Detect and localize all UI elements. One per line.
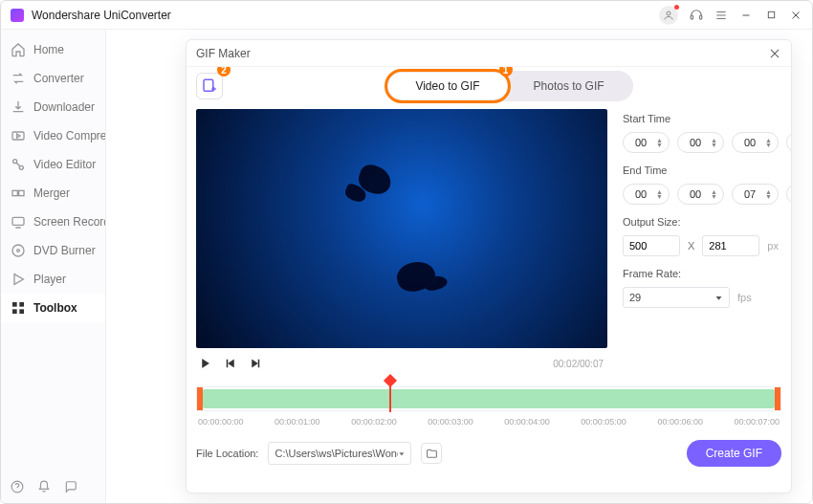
time-readout: 00:02/00:07 (553, 359, 604, 369)
prev-frame-icon[interactable] (225, 358, 236, 369)
file-location-value: C:\Users\ws\Pictures\Wonders (275, 448, 397, 459)
sidebar-item-label: Converter (33, 72, 84, 85)
sidebar-item-converter[interactable]: Converter (1, 64, 105, 93)
maximize-button[interactable] (764, 9, 778, 22)
start-min-input[interactable] (688, 136, 709, 149)
ruler-tick: 00:00:02:00 (351, 417, 397, 427)
start-ms-stepper[interactable]: ▲▼ (786, 132, 791, 153)
svg-marker-39 (399, 452, 404, 455)
output-unit: px (767, 240, 779, 252)
file-location-label: File Location: (196, 448, 258, 459)
tab-label: Photos to GIF (534, 79, 604, 93)
ruler-tick: 00:00:07:00 (734, 417, 780, 427)
svg-rect-37 (258, 360, 259, 367)
annotation-badge: 2 (217, 67, 231, 77)
content-area: tor data etadata CD. GIF Maker 2 (106, 30, 812, 503)
range-handle-left[interactable] (197, 387, 203, 410)
svg-rect-2 (700, 15, 702, 19)
sidebar-item-label: Video Compressor (33, 129, 105, 142)
svg-rect-15 (12, 190, 17, 195)
start-hour-input[interactable] (633, 136, 654, 149)
close-button[interactable] (789, 9, 802, 22)
sidebar-item-player[interactable]: Player (1, 265, 105, 294)
svg-rect-10 (12, 132, 24, 140)
svg-rect-25 (19, 309, 24, 314)
sidebar-item-editor[interactable]: Video Editor (1, 150, 105, 179)
end-hour-input[interactable] (633, 187, 654, 201)
gif-maker-dialog: GIF Maker 2 Vide (186, 39, 792, 493)
app-logo-icon (11, 9, 24, 22)
video-preview[interactable] (196, 109, 607, 348)
end-time-label: End Time (623, 164, 791, 176)
sidebar-item-label: Merger (33, 186, 70, 200)
create-gif-button[interactable]: Create GIF (687, 440, 781, 467)
svg-rect-7 (768, 11, 774, 17)
account-icon[interactable] (659, 6, 678, 25)
frame-rate-value: 29 (629, 292, 641, 303)
range-handle-right[interactable] (775, 387, 780, 410)
app-title: Wondershare UniConverter (32, 9, 659, 22)
output-width-input[interactable] (623, 235, 680, 256)
output-height-input[interactable] (702, 235, 759, 256)
end-min-stepper[interactable]: ▲▼ (677, 184, 724, 205)
timeline: 00:00:00:00 00:00:01:00 00:00:02:00 00:0… (196, 386, 781, 427)
open-folder-button[interactable] (421, 443, 442, 464)
sidebar-item-home[interactable]: Home (1, 35, 105, 64)
svg-rect-22 (12, 302, 17, 307)
tab-video-to-gif[interactable]: Video to GIF 1 (388, 73, 506, 99)
menu-icon[interactable] (714, 9, 728, 22)
sidebar-item-recorder[interactable]: Screen Recorder (1, 208, 105, 236)
svg-marker-36 (253, 360, 258, 367)
end-min-input[interactable] (688, 187, 709, 201)
ruler-tick: 00:00:06:00 (657, 417, 703, 427)
sidebar-item-label: Home (33, 43, 64, 56)
selection-range[interactable] (203, 389, 775, 408)
sidebar-item-merger[interactable]: Merger (1, 179, 105, 208)
minimize-button[interactable] (739, 9, 753, 22)
add-file-button[interactable] (196, 73, 223, 99)
tab-photos-to-gif[interactable]: Photos to GIF (507, 73, 631, 99)
settings-panel: Start Time ▲▼ ▲▼ ▲▼ ▲▼ End Time ▲▼ ▲▼ ▲▼ (623, 109, 791, 377)
start-time-label: Start Time (623, 113, 791, 124)
svg-line-14 (16, 163, 20, 166)
feedback-icon[interactable] (64, 480, 77, 493)
frame-rate-label: Frame Rate: (623, 268, 791, 279)
titlebar: Wondershare UniConverter (1, 1, 812, 30)
timeline-track[interactable] (196, 386, 781, 411)
end-hour-stepper[interactable]: ▲▼ (623, 184, 670, 205)
start-sec-stepper[interactable]: ▲▼ (732, 132, 779, 153)
start-sec-input[interactable] (742, 136, 763, 149)
frame-rate-select[interactable]: 29 (623, 287, 730, 308)
playhead[interactable] (389, 380, 391, 412)
bell-icon[interactable] (37, 480, 51, 493)
next-frame-icon[interactable] (250, 358, 261, 369)
frame-rate-unit: fps (737, 292, 752, 303)
dialog-title: GIF Maker (196, 47, 768, 60)
tab-label: Video to GIF (415, 79, 479, 93)
support-icon[interactable] (690, 9, 703, 22)
ruler-tick: 00:00:04:00 (504, 417, 550, 427)
svg-point-20 (17, 250, 20, 252)
sidebar-item-label: Toolbox (33, 301, 77, 315)
sidebar-item-downloader[interactable]: Downloader (1, 93, 105, 121)
sidebar-item-label: DVD Burner (33, 244, 96, 257)
sidebar-item-toolbox[interactable]: Toolbox (1, 294, 105, 322)
sidebar-item-dvd[interactable]: DVD Burner (1, 236, 105, 265)
ruler: 00:00:00:00 00:00:01:00 00:00:02:00 00:0… (196, 417, 781, 427)
sidebar-item-compressor[interactable]: Video Compressor (1, 121, 105, 150)
player-controls: 00:02/00:07 (196, 350, 607, 377)
svg-rect-23 (19, 302, 24, 307)
help-icon[interactable] (11, 480, 24, 493)
file-location-select[interactable]: C:\Users\ws\Pictures\Wonders (268, 442, 411, 465)
end-sec-stepper[interactable]: ▲▼ (732, 184, 779, 205)
play-icon[interactable] (200, 358, 211, 369)
start-min-stepper[interactable]: ▲▼ (677, 132, 724, 153)
start-hour-stepper[interactable]: ▲▼ (623, 132, 670, 153)
sidebar: Home Converter Downloader Video Compress… (1, 30, 106, 503)
ruler-tick: 00:00:00:00 (198, 417, 244, 427)
svg-rect-1 (691, 15, 692, 19)
svg-marker-11 (17, 134, 20, 138)
end-sec-input[interactable] (742, 187, 763, 201)
end-ms-stepper[interactable]: ▲▼ (786, 184, 791, 205)
close-icon[interactable] (768, 47, 781, 60)
